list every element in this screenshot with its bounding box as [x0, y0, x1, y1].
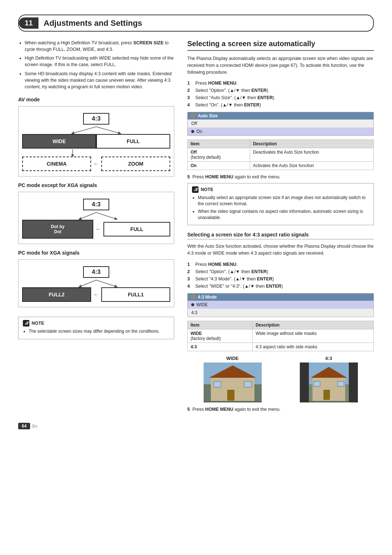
wide-factory-default: (factory default): [191, 336, 221, 341]
ratio43-image-label: 4:3: [325, 356, 332, 361]
auto-size-menu-screen: Auto Size Off On: [187, 112, 374, 136]
aspect-ratio-table: Item Description WIDE(factory default) W…: [187, 321, 374, 351]
ratio43-house-image: [300, 362, 358, 402]
auto-size-off-label: Off: [191, 121, 197, 126]
aspect-wide-cell: WIDE(factory default): [188, 329, 253, 343]
auto-size-off-cell: Off(factory default): [188, 148, 250, 162]
aspect-ratio-title: Selecting a screen size for 4:3 aspect r…: [187, 232, 374, 239]
auto-size-on-cell: On: [188, 162, 250, 170]
left-note-item-1: The selectable screen sizes may differ d…: [29, 328, 170, 335]
auto-size-steps: 1 Press HOME MENU. 2 Select "Option". (▲…: [187, 81, 374, 108]
step-text-3: Select "Auto Size". (▲/▼ then ENTER): [195, 95, 274, 100]
svg-line-0: [73, 127, 96, 133]
aspect-ratio-menu-screen: 4:3 Mode WIDE 4:3: [187, 293, 374, 317]
wide-dot: [191, 303, 194, 306]
svg-line-7: [96, 280, 116, 287]
pc-xga-full2-box: FULL2: [22, 287, 91, 302]
av-wide-box: WIDE: [22, 134, 96, 149]
pc-xga-mode-row: FULL2 ← FULL1: [22, 287, 170, 302]
main-layout: When watching a High Definition TV broad…: [18, 40, 374, 412]
step-text-2: Select "Option". (▲/▼ then ENTER): [195, 88, 268, 93]
bullet-item-1: When watching a High Definition TV broad…: [25, 40, 174, 53]
note-icon-right: 𝒳: [192, 186, 199, 193]
aspect-images-row: WIDE: [187, 356, 374, 402]
step-num-2: 2: [187, 88, 192, 93]
svg-rect-14: [214, 381, 221, 387]
auto-size-table-row-on: On Activates the Auto Size function: [188, 162, 374, 170]
aspect-step-text-1: Press HOME MENU.: [195, 262, 238, 267]
av-bottom-arrow-svg: [60, 149, 132, 157]
bullet-item-2: High Definition TV broadcasting with WID…: [25, 55, 174, 68]
aspect-ratio-menu-title: 4:3 Mode: [198, 295, 217, 300]
left-column: When watching a High Definition TV broad…: [18, 40, 174, 343]
av-arrows-bottom: [22, 149, 170, 157]
step-text-1: Press HOME MENU.: [195, 81, 238, 86]
auto-size-table-row-off: Off(factory default) Deactivates the Aut…: [188, 148, 374, 162]
auto-size-note-list: Manually select an appropriate screen si…: [192, 195, 369, 220]
aspect-table-row-43: 4:3 4:3 aspect ratio with side masks: [188, 343, 374, 351]
step-num-1: 1: [187, 81, 192, 86]
auto-size-step-2: 2 Select "Option". (▲/▼ then ENTER): [187, 88, 374, 93]
aspect-step-2: 2 Select "Option". (▲/▼ then ENTER): [187, 269, 374, 274]
on-dot: [191, 130, 194, 133]
pc-xga-except-ratio: 4:3: [83, 199, 110, 210]
av-zoom-box: ZOOM: [101, 157, 170, 171]
auto-size-note-2: When the video signal contains no aspect…: [198, 208, 369, 221]
aspect-step-text-2: Select "Option". (▲/▼ then ENTER): [195, 269, 268, 274]
pc-xga-except-arrow: ←: [93, 226, 103, 232]
aspect-wide-desc: Wide image without side masks: [253, 329, 374, 343]
svg-line-5: [96, 212, 116, 219]
av-top-arrow-svg: [60, 126, 132, 134]
left-note-box: 𝒳 NOTE The selectable screen sizes may d…: [18, 317, 174, 339]
pc-xga-except-mode-row: Dot byDot ← FULL: [22, 220, 170, 239]
svg-rect-15: [244, 381, 252, 387]
step-num-3: 3: [187, 95, 192, 100]
aspect-step5: 5 Press HOME MENU again to exit the menu…: [187, 407, 374, 412]
svg-rect-26: [309, 401, 349, 402]
aspect-step-num-2: 2: [187, 269, 192, 274]
note-icon-left: 𝒳: [23, 320, 29, 327]
auto-size-menu-header: Auto Size: [188, 112, 373, 119]
wide-house-image: [204, 362, 262, 402]
pc-xga-diagram: 4:3 FULL2: [18, 259, 174, 307]
aspect-ratio-menu-43: 4:3: [188, 309, 373, 317]
av-arrows-top: [22, 126, 170, 134]
aspect-ratio-steps: 1 Press HOME MENU. 2 Select "Option". (▲…: [187, 262, 374, 289]
wide-image-label: WIDE: [226, 356, 239, 361]
aspect-table-row-wide: WIDE(factory default) Wide image without…: [188, 329, 374, 343]
svg-rect-16: [204, 401, 262, 402]
svg-rect-23: [323, 390, 330, 400]
svg-rect-25: [338, 381, 344, 386]
pc-xga-full1-box: FULL1: [101, 287, 170, 302]
page-lang: En: [32, 424, 37, 428]
page-footer: 64 En: [18, 423, 374, 429]
aspect-step-num-4: 4: [187, 284, 192, 289]
pc-xga-except-top-arrow-svg: [60, 212, 132, 220]
av-mode-diagram: 4:3: [18, 106, 174, 177]
auto-size-note-title: 𝒳 NOTE: [192, 186, 369, 193]
pc-xga-except-arrows-top: [22, 212, 170, 220]
intro-bullet-list: When watching a High Definition TV broad…: [18, 40, 174, 90]
av-mode-heading: AV mode: [18, 97, 174, 102]
auto-size-step-1: 1 Press HOME MENU.: [187, 81, 374, 86]
aspect-43-label: 4:3: [191, 310, 197, 315]
svg-rect-19: [349, 362, 358, 402]
auto-size-on-desc: Activates the Auto Size function: [250, 162, 373, 170]
wide-house-svg: [204, 362, 262, 402]
aspect-ratio-table-header-row: Item Description: [188, 321, 374, 329]
pc-xga-arrows-top: [22, 279, 170, 287]
auto-size-table-header-row: Item Description: [188, 140, 374, 148]
aspect-step-text-4: Select "WIDE" or "4:3". (▲/▼ then ENTER): [195, 284, 283, 289]
aspect-wide-label: WIDE: [196, 302, 208, 307]
pc-xga-except-diagram: 4:3 Dot byDot: [18, 192, 174, 244]
svg-line-4: [80, 212, 96, 219]
pc-mode-xga-heading: PC mode for XGA signals: [18, 250, 174, 256]
auto-size-off-desc: Deactivates the Auto Size function: [250, 148, 373, 162]
svg-rect-24: [314, 381, 320, 386]
menu-icon: [191, 113, 196, 118]
svg-line-6: [80, 280, 96, 287]
wide-image-box: WIDE: [187, 356, 278, 402]
left-note-title: 𝒳 NOTE: [23, 320, 170, 327]
pc-xga-top-arrow-svg: [60, 279, 132, 287]
pc-xga-ratio: 4:3: [83, 266, 110, 278]
